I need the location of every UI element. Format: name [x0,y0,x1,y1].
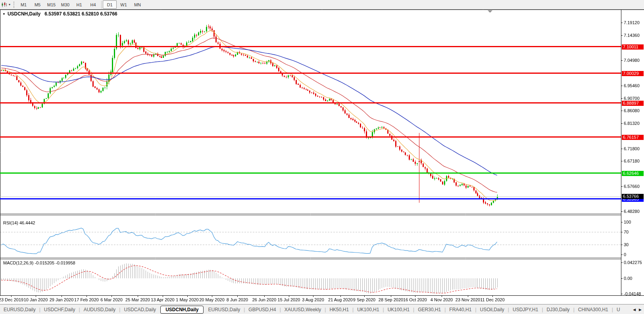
chart-canvas[interactable] [0,10,644,304]
date-axis-label: 9 Sep 2020 [353,297,375,302]
price-axis-tick-label: 6.86080 [624,108,640,113]
chart-tab-china300-h1[interactable]: CHINA300,H1 [575,306,612,313]
date-axis-label: 13 Apr 2020 [151,297,174,302]
date-axis-label: 1 May 2020 [176,297,198,302]
chart-tabs: EURUSD,Daily|USDCHF,Daily|AUDUSD,Daily|U… [0,306,624,314]
chart-ohlc-values: 6.53597 6.53821 6.52810 6.53766 [44,11,117,17]
chart-tab-hk50-h1[interactable]: HK50,H1 [326,306,352,313]
price-axis-tick-label: 6.71800 [624,146,640,151]
macd-indicator-label: MACD(12,26,9) -0.015205 -0.019958 [3,260,75,265]
chart-tab-usdjpy-h1[interactable]: USDJPY,H1 [509,306,542,313]
tab-scroll-controls: ◀ ▶ [633,308,644,312]
chart-tab-xauusd-weekly[interactable]: XAUUSD,Weekly [281,306,325,313]
timeframe-button-mn[interactable]: MN [131,0,144,9]
price-axis-tick-label: 6.57660 [624,184,640,189]
rsi-axis-tick-label: 70 [624,230,629,234]
date-axis-label: 23 Dec 2019 [0,297,23,302]
chart-window: ▼ USDCNH,Daily 6.53597 6.53821 6.52810 6… [0,10,644,304]
macd-axis-tick-label: 0.00 [624,276,632,281]
timeframe-button-h1[interactable]: H1 [72,0,86,9]
current-price-label: 6.53766 [622,194,644,199]
timeframe-button-w1[interactable]: W1 [117,0,131,9]
date-axis-label: 29 Jan 2020 [50,297,74,302]
timeframe-toolbar: ▾ M1M5M15M30H1H4D1W1MN [0,0,644,10]
price-level-label: 6.62646 [622,171,644,176]
price-level-label: 6.88897 [622,101,644,106]
date-axis-label: 15 Jul 2020 [278,297,300,302]
chevron-down-icon: ▾ [9,3,10,6]
rsi-axis-tick-label: 30 [624,242,629,247]
price-level-label: 7.00029 [622,71,644,76]
chart-tab-usdcnh-daily[interactable]: USDCNH,Daily [160,306,204,314]
timeframe-buttons: M1M5M15M30H1H4D1W1MN [17,0,144,9]
price-axis-tick-label: 7.04980 [624,58,640,63]
chart-tab-ger30-h1[interactable]: GER30,H1 [414,306,444,313]
timeframe-button-h4[interactable]: H4 [86,0,100,9]
date-axis-label: 4 Nov 2020 [431,297,453,302]
date-axis-label: 6 Mar 2020 [100,297,123,302]
timeframe-button-m30[interactable]: M30 [58,0,72,9]
collapse-arrow-icon[interactable]: ▼ [2,12,6,16]
price-level-label: 7.10011 [622,44,644,50]
date-axis-label: 17 Feb 2020 [74,297,99,302]
macd-axis-tick-label: -0.04148 [624,291,641,296]
date-axis-label: 21 Aug 2020 [328,297,353,302]
chart-type-icon [1,2,8,8]
price-axis-tick-label: 6.81320 [624,121,640,126]
price-axis-tick-label: 6.95460 [624,83,640,88]
toolbar-separator [101,1,102,9]
timeframe-button-d1[interactable]: D1 [103,0,117,9]
date-axis-label: 16 Oct 2020 [403,297,427,302]
chart-tab-usdchf-daily[interactable]: USDCHF,Daily [40,306,79,313]
price-axis-tick-label: 7.14360 [624,33,640,38]
chart-tab-uk100-h1[interactable]: UK100,H1 [384,306,413,313]
date-axis-label: 8 Jun 2020 [227,297,248,302]
chart-tab-dj30-daily[interactable]: DJ30,Daily [543,306,573,313]
price-level-label: 6.76157 [622,135,644,140]
date-axis-label: 26 Jun 2020 [252,297,277,302]
chart-tab-fra40-h1[interactable]: FRA40,H1 [446,306,475,313]
chart-tab-eurusd-daily[interactable]: EURUSD,Daily [0,306,39,313]
macd-axis-tick-label: 0.042275 [624,260,642,265]
date-axis-label: 11 Dec 2020 [480,297,505,302]
price-axis-tick-label: 6.67180 [624,159,640,163]
rsi-indicator-label: RSI(14) 46.4442 [3,220,35,225]
date-axis-label: 10 Jan 2020 [24,297,48,302]
chart-tab-eurusd-daily[interactable]: EURUSD,Daily [204,306,244,313]
price-axis-tick-label: 6.48280 [624,209,640,214]
chart-tab-usoil-daily[interactable]: USOil,Daily [477,306,508,313]
date-axis-label: 20 May 2020 [199,297,225,302]
tab-scroll-left-icon[interactable]: ◀ [633,308,636,312]
date-axis-label: 28 Sep 2020 [379,297,403,302]
chart-title: ▼ USDCNH,Daily 6.53597 6.53821 6.52810 6… [2,11,117,17]
tab-scroll-right-icon[interactable]: ▶ [639,308,642,312]
rsi-axis-tick-label: 0 [624,252,626,257]
chart-symbol-label: USDCNH,Daily [8,11,40,17]
chart-tab-uk100-h1[interactable]: UK100,H1 [354,306,383,313]
chart-tab-bar: EURUSD,Daily|USDCHF,Daily|AUDUSD,Daily|U… [0,304,644,314]
trading-platform-window: ▾ M1M5M15M30H1H4D1W1MN ▼ USDCNH,Daily 6.… [0,0,644,314]
date-axis-label: 23 Nov 2020 [456,297,480,302]
rsi-axis-tick-label: 100 [624,220,631,224]
timeframe-button-m5[interactable]: M5 [31,0,44,9]
chart-tab-u[interactable]: U [613,306,624,313]
date-axis-label: 25 Mar 2020 [125,297,150,302]
date-axis-label: 3 Aug 2020 [302,297,324,302]
price-axis-tick-label: 6.90700 [624,96,640,101]
chart-tab-gbpusd-h4[interactable]: GBPUSD,H4 [245,306,279,313]
chart-type-button[interactable]: ▾ [0,0,12,9]
chart-tab-audusd-daily[interactable]: AUDUSD,Daily [80,306,119,313]
timeframe-button-m15[interactable]: M15 [44,0,58,9]
price-axis-tick-label: 7.19120 [624,20,640,25]
timeframe-button-m1[interactable]: M1 [17,0,31,9]
toolbar-grip-handle[interactable] [13,2,14,8]
chart-tab-usdcad-daily[interactable]: USDCAD,Daily [120,306,160,313]
